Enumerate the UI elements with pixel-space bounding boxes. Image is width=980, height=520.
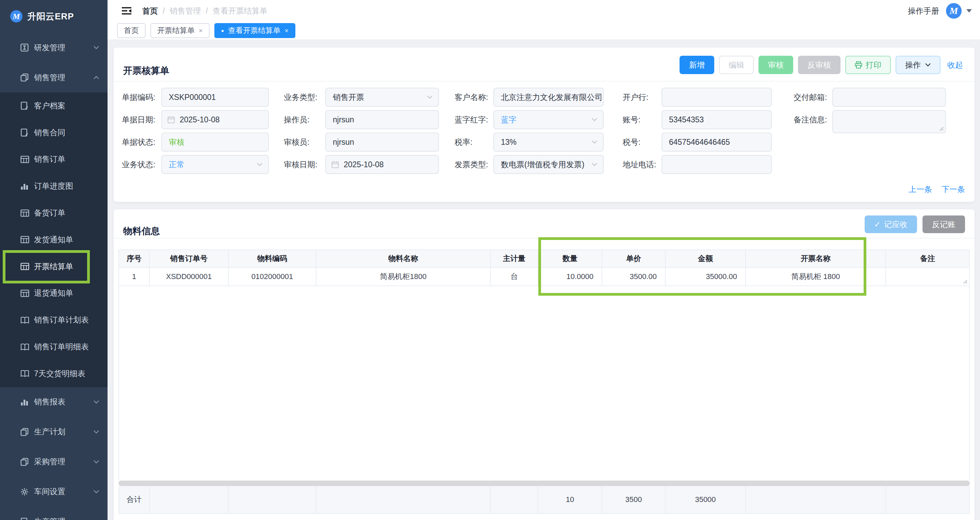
footer-total-amount: 35000 — [666, 486, 746, 514]
close-icon[interactable]: × — [285, 27, 288, 35]
col-header-seq[interactable]: 序号 — [118, 249, 150, 268]
doc-date-label: 单据日期: — [122, 110, 155, 129]
prev-record-link[interactable]: 上一条 — [908, 184, 932, 195]
doc-status-label: 单据状态: — [122, 133, 155, 152]
sidebar-fold-icon[interactable] — [122, 7, 131, 15]
sidebar-item-sales-management[interactable]: 销售管理 — [0, 63, 108, 92]
remark-textarea[interactable] — [832, 110, 946, 133]
col-header-unit[interactable]: 主计量 — [491, 249, 538, 268]
active-dot-icon: ● — [221, 28, 224, 33]
tab-invoice-settlement-list[interactable]: 开票结算单 × — [150, 23, 210, 38]
page-title: 开票核算单 — [123, 65, 169, 77]
material-section-title: 物料信息 — [123, 225, 160, 237]
sidebar-item-7day-delivery-detail[interactable]: 7天交货明细表 — [0, 360, 108, 387]
chevron-down-icon — [592, 140, 598, 144]
chevron-down-icon — [93, 400, 99, 404]
breadcrumb-home[interactable]: 首页 — [142, 6, 158, 16]
auditor-label: 审核员: — [284, 133, 309, 152]
user-avatar[interactable]: M — [946, 3, 962, 19]
sidebar-item-rd-management[interactable]: 研发管理 — [0, 33, 108, 63]
horizontal-scrollbar[interactable] — [118, 480, 970, 486]
col-header-quantity[interactable]: 数量 — [538, 249, 602, 268]
account-field[interactable]: 53454353 — [662, 110, 772, 129]
box-i-icon — [21, 43, 29, 52]
breadcrumb-sales[interactable]: 销售管理 — [169, 6, 201, 16]
email-label: 交付邮箱: — [794, 88, 827, 107]
table-row[interactable]: 1 XSDD000001 0102000001 简易机柜1800 台 10.00… — [118, 268, 970, 286]
doc-date-field[interactable]: 2025-10-08 — [161, 110, 269, 129]
tab-home[interactable]: 首页 — [117, 23, 146, 38]
col-header-amount[interactable]: 金额 — [666, 249, 746, 268]
email-field[interactable] — [832, 88, 946, 107]
printer-icon — [855, 61, 862, 69]
calendar-icon — [331, 161, 339, 168]
sidebar-item-sales-order[interactable]: 销售订单 — [0, 146, 108, 173]
invoice-type-select[interactable]: 数电票(增值税专用发票) — [493, 155, 604, 174]
next-record-link[interactable]: 下一条 — [942, 184, 965, 195]
edit-button[interactable]: 编辑 — [719, 56, 754, 74]
tax-no-field[interactable]: 64575464646465 — [662, 133, 772, 152]
add-button[interactable]: 新增 — [679, 56, 714, 74]
sidebar-item-order-progress[interactable]: 订单进度图 — [0, 173, 108, 200]
blue-red-select[interactable]: 蓝字 — [493, 110, 604, 129]
sidebar-item-purchase-management[interactable]: 采购管理 — [0, 447, 108, 477]
col-header-material-code[interactable]: 物料编码 — [229, 249, 317, 268]
addr-tel-field[interactable] — [662, 155, 772, 174]
app-logo[interactable]: M 升阳云ERP — [0, 0, 108, 33]
collapse-link[interactable]: 收起 — [945, 56, 965, 74]
col-header-remark[interactable]: 备注 — [886, 249, 970, 268]
table-footer-row: 合计 10 3500 35000 — [118, 486, 970, 514]
chevron-down-icon — [256, 162, 263, 166]
biz-type-select[interactable]: 销售开票 — [325, 88, 439, 107]
table-icon — [21, 156, 29, 163]
audit-button[interactable]: 审核 — [759, 56, 793, 74]
table-icon — [21, 209, 29, 217]
doc-code-field[interactable]: XSKP000001 — [161, 88, 269, 107]
col-header-material-name[interactable]: 物料名称 — [317, 249, 491, 268]
operator-field[interactable]: njrsun — [325, 110, 439, 129]
top-header: 首页 / 销售管理 / 查看开票结算单 操作手册 M — [108, 0, 980, 22]
chevron-up-icon — [93, 75, 99, 79]
col-header-sales-order-no[interactable]: 销售订单号 — [150, 249, 229, 268]
biz-status-select[interactable]: 正常 — [161, 155, 269, 174]
doc-status-field: 审核 — [161, 133, 269, 152]
sidebar-item-invoice-settlement[interactable]: 开票结算单 — [0, 253, 108, 280]
customer-field[interactable]: 北京注意力文化发展有限公司 — [493, 88, 604, 107]
copy-icon — [21, 458, 29, 466]
resize-handle-icon[interactable] — [939, 127, 944, 131]
cell-unit: 台 — [491, 268, 538, 286]
print-button[interactable]: 打印 — [845, 56, 891, 74]
sidebar-item-stock-order[interactable]: 备货订单 — [0, 200, 108, 226]
tab-view-invoice-settlement[interactable]: ● 查看开票结算单 × — [215, 23, 295, 38]
bank-field[interactable] — [662, 88, 772, 107]
col-header-invoice-name[interactable]: 开票名称 — [746, 249, 886, 268]
more-actions-button[interactable]: 操作 — [896, 56, 940, 74]
sidebar-item-workshop-settings[interactable]: 车间设置 — [0, 477, 108, 507]
auditor-field[interactable]: njrsun — [325, 133, 439, 152]
cell-sales-order-no: XSDD000001 — [150, 268, 229, 286]
unaudit-button[interactable]: 反审核 — [798, 56, 840, 74]
reverse-posting-button[interactable]: 反记账 — [923, 216, 965, 233]
sidebar-item-sales-order-detail[interactable]: 销售订单明细表 — [0, 333, 108, 360]
cell-quantity: 10.0000 — [538, 268, 602, 286]
resize-handle-icon[interactable] — [963, 279, 968, 284]
audit-date-field[interactable]: 2025-10-08 — [325, 155, 439, 174]
record-receivable-button[interactable]: ✓ 记应收 — [865, 216, 917, 233]
cell-remark — [886, 268, 970, 286]
manual-link[interactable]: 操作手册 — [908, 6, 939, 16]
table-header-row: 序号 销售订单号 物料编码 物料名称 主计量 数量 单价 金额 开票名称 备注 — [118, 249, 970, 268]
tax-rate-select[interactable]: 13% — [493, 133, 604, 152]
col-header-unit-price[interactable]: 单价 — [602, 249, 666, 268]
breadcrumb-current: 查看开票结算单 — [213, 6, 267, 16]
sidebar-item-sales-contract[interactable]: 销售合同 — [0, 119, 108, 146]
close-icon[interactable]: × — [199, 27, 203, 35]
sidebar-item-return-notice[interactable]: 退货通知单 — [0, 280, 108, 307]
sidebar-item-delivery-notice[interactable]: 发货通知单 — [0, 226, 108, 253]
sidebar-item-production-management[interactable]: 生产管理 — [0, 507, 108, 520]
sidebar-item-sales-report[interactable]: 销售报表 — [0, 387, 108, 417]
user-menu-caret-icon[interactable] — [966, 9, 972, 13]
sidebar-item-customer-archive[interactable]: 客户档案 — [0, 92, 108, 119]
sidebar: M 升阳云ERP 研发管理 销售管理 — [0, 0, 108, 520]
sidebar-item-production-plan[interactable]: 生产计划 — [0, 417, 108, 447]
sidebar-item-sales-order-plan[interactable]: 销售订单计划表 — [0, 306, 108, 333]
